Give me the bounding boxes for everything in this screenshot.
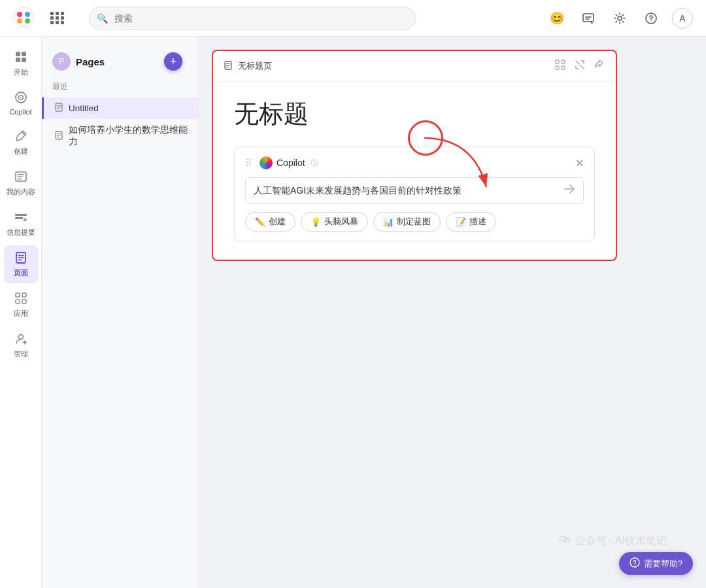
emoji-button[interactable]: 😊 [546, 8, 567, 29]
copilot-close-button[interactable]: ✕ [575, 157, 584, 169]
copilot-title: Copilot [277, 158, 305, 168]
copilot-info-icon[interactable]: ⓘ [311, 158, 318, 168]
feedback-button[interactable] [578, 8, 599, 29]
user-avatar[interactable]: A [672, 8, 693, 29]
sidebar-item-untitled[interactable]: Untitled [42, 97, 198, 119]
copilot-describe-button[interactable]: 📝 描述 [446, 212, 496, 232]
svg-point-49 [564, 538, 570, 543]
sidebar-item-pages[interactable]: 页面 [4, 245, 38, 283]
copilot-label: Copilot [9, 108, 31, 116]
copilot-logo [260, 156, 273, 169]
apps-label: 应用 [14, 309, 28, 319]
describe-btn-label: 描述 [469, 216, 486, 228]
sidebar-item-math[interactable]: 如何培养小学生的数学思维能力 [42, 119, 198, 153]
page-tab-title: 无标题页 [238, 60, 549, 72]
svg-point-30 [18, 335, 23, 339]
sidebar-item-infoextract[interactable]: 信息提要 [4, 205, 38, 243]
svg-rect-18 [18, 177, 23, 178]
search-bar: 🔍 [89, 7, 416, 30]
content-area: 无标题页 [199, 37, 706, 588]
sidebar-item-apps[interactable]: 应用 [4, 286, 38, 324]
svg-rect-11 [16, 58, 20, 62]
copilot-blueprint-button[interactable]: 📊 制定蓝图 [373, 212, 441, 232]
svg-rect-12 [22, 58, 26, 62]
sidebar-item-mycontent[interactable]: 我的内容 [4, 164, 38, 202]
sidebar-item-admin[interactable]: 管理 [4, 326, 38, 364]
page-expand-icon[interactable] [574, 59, 586, 73]
svg-point-2 [25, 12, 30, 17]
sidebar: P Pages + 最近 Untitled [42, 37, 199, 588]
search-icon: 🔍 [97, 13, 108, 24]
page-share-icon[interactable] [594, 59, 605, 73]
mycontent-icon [14, 169, 28, 186]
search-input[interactable] [89, 7, 416, 30]
main-layout: 开始 Copilot 创建 [0, 37, 706, 588]
app-logo [13, 7, 34, 30]
topbar: 🔍 😊 A [0, 0, 706, 37]
page-card: 无标题页 [212, 50, 617, 261]
svg-rect-46 [562, 66, 565, 69]
svg-point-50 [562, 538, 563, 540]
svg-rect-29 [22, 300, 26, 303]
svg-point-6 [618, 16, 622, 20]
svg-rect-19 [18, 179, 22, 180]
svg-rect-5 [583, 14, 594, 22]
pages-label: 页面 [14, 268, 28, 278]
admin-label: 管理 [14, 349, 28, 359]
page-grid-icon[interactable] [554, 59, 566, 73]
sidebar-item-copilot[interactable]: Copilot [4, 85, 38, 121]
copilot-send-button[interactable] [563, 183, 575, 198]
page-card-header: 无标题页 [213, 51, 616, 82]
svg-point-3 [17, 18, 22, 24]
create-label: 创建 [14, 147, 28, 156]
drag-handle-icon[interactable]: ⠿ [245, 158, 252, 168]
page-card-body: 无标题 ⠿ Copilot ⓘ ✕ [213, 82, 616, 260]
svg-point-0 [14, 7, 33, 27]
sidebar-title: Pages [76, 56, 105, 67]
help-label: 需要帮助? [644, 558, 682, 570]
create-btn-label: 创建 [269, 216, 286, 228]
svg-rect-45 [556, 66, 559, 69]
page-main-title[interactable]: 无标题 [234, 97, 595, 131]
sidebar-header: P Pages + [42, 47, 198, 78]
settings-button[interactable] [609, 8, 630, 29]
help-button[interactable] [641, 8, 662, 29]
start-label: 开始 [14, 67, 28, 77]
svg-point-48 [560, 536, 567, 542]
sidebar-item-start[interactable]: 开始 [4, 44, 38, 82]
copilot-header: ⠿ Copilot ⓘ ✕ [245, 156, 584, 169]
pages-icon [14, 251, 28, 267]
svg-rect-20 [15, 214, 27, 216]
svg-point-15 [20, 97, 22, 98]
help-button[interactable]: 需要帮助? [619, 552, 693, 575]
svg-point-53 [567, 540, 569, 541]
add-page-button[interactable]: + [164, 52, 182, 71]
create-icon [14, 129, 28, 145]
infoextract-icon [14, 210, 28, 226]
sidebar-avatar: P [52, 52, 71, 71]
svg-rect-21 [15, 217, 23, 219]
copilot-nav-icon [14, 90, 28, 107]
start-icon [14, 50, 28, 66]
watermark: 公众号 · AI技术笔记 [558, 533, 667, 549]
svg-point-1 [17, 12, 22, 17]
grid-icon[interactable] [50, 10, 65, 26]
mycontent-label: 我的内容 [7, 187, 35, 197]
svg-rect-43 [556, 60, 559, 63]
sidebar-item-text-math: 如何培养小学生的数学思维能力 [69, 124, 188, 148]
svg-rect-10 [22, 52, 26, 56]
copilot-input[interactable] [254, 186, 558, 196]
svg-rect-27 [22, 293, 26, 297]
copilot-create-button[interactable]: ✏️ 创建 [245, 212, 295, 232]
page-header-actions [554, 59, 605, 73]
admin-icon [14, 332, 28, 348]
copilot-brainstorm-button[interactable]: 💡 头脑风暴 [301, 212, 368, 232]
svg-point-55 [635, 564, 635, 565]
svg-rect-44 [562, 60, 565, 63]
left-nav: 开始 Copilot 创建 [0, 37, 42, 588]
sidebar-item-icon-math [54, 131, 63, 142]
sidebar-item-icon-untitled [54, 103, 63, 114]
copilot-actions: ✏️ 创建 💡 头脑风暴 📊 制定蓝图 📝 [245, 212, 584, 232]
help-icon [630, 557, 640, 570]
sidebar-item-create[interactable]: 创建 [4, 124, 38, 162]
